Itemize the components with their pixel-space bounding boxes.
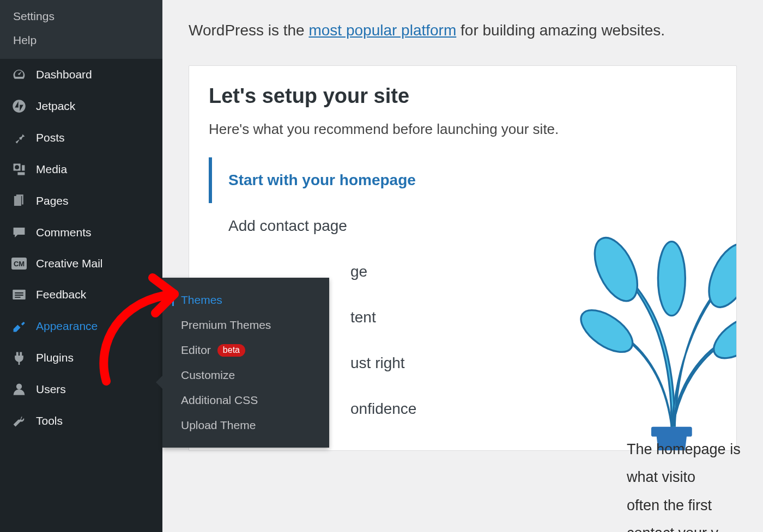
sidebar-top-help[interactable]: Help — [0, 28, 162, 52]
step-label: tent — [350, 309, 376, 326]
svg-point-0 — [13, 100, 25, 112]
submenu-item-premium-themes[interactable]: Premium Themes — [162, 313, 329, 338]
sidebar-item-plugins[interactable]: Plugins — [0, 342, 162, 374]
panel-heading: Let's setup your site — [209, 84, 717, 108]
step-label: Start with your homepage — [228, 172, 416, 188]
tools-icon — [11, 414, 27, 428]
step-label: ge — [350, 263, 367, 280]
intro-text: WordPress is the most popular platform f… — [189, 22, 737, 39]
submenu-label: Premium Themes — [181, 319, 271, 332]
sidebar-item-label: Appearance — [36, 320, 98, 333]
submenu-item-themes[interactable]: Themes — [162, 288, 329, 313]
sidebar-item-pages[interactable]: Pages — [0, 185, 162, 217]
sidebar-item-label: Tools — [36, 414, 63, 427]
pages-icon — [11, 194, 27, 208]
homepage-description: The homepage is what visito often the fi… — [627, 436, 763, 532]
svg-point-9 — [700, 237, 737, 314]
plugins-icon — [11, 351, 27, 365]
svg-point-12 — [658, 242, 685, 316]
jetpack-icon — [11, 99, 27, 113]
submenu-item-customize[interactable]: Customize — [162, 363, 329, 388]
svg-point-5 — [16, 384, 22, 389]
step-label: Add contact page — [228, 217, 347, 234]
submenu-item-upload-theme[interactable]: Upload Theme — [162, 413, 329, 438]
sidebar-top-section: Settings Help — [0, 0, 162, 59]
pin-icon — [11, 131, 27, 145]
intro-suffix: for building amazing websites. — [456, 22, 665, 39]
sidebar-item-label: Creative Mail — [36, 257, 103, 270]
step-label: onfidence — [350, 400, 416, 417]
sidebar-item-label: Pages — [36, 194, 69, 207]
media-icon — [11, 162, 27, 176]
beta-badge: beta — [217, 344, 245, 357]
sidebar-top-settings[interactable]: Settings — [0, 4, 162, 28]
dashboard-icon — [11, 68, 27, 82]
sidebar-item-dashboard[interactable]: Dashboard — [0, 59, 162, 90]
submenu-label: Editor — [181, 344, 211, 357]
sidebar-item-posts[interactable]: Posts — [0, 122, 162, 154]
svg-point-11 — [707, 308, 737, 366]
submenu-item-editor[interactable]: Editor beta — [162, 338, 329, 363]
appearance-submenu: Themes Premium Themes Editor beta Custom… — [162, 278, 329, 448]
comments-icon — [11, 225, 27, 240]
sidebar-item-label: Users — [36, 383, 66, 396]
submenu-item-additional-css[interactable]: Additional CSS — [162, 388, 329, 413]
main-content: WordPress is the most popular platform f… — [162, 0, 763, 532]
feedback-icon — [11, 288, 27, 302]
sidebar-item-users[interactable]: Users — [0, 374, 162, 405]
svg-point-10 — [574, 302, 639, 360]
cm-icon: CM — [11, 258, 27, 270]
sidebar-item-tools[interactable]: Tools — [0, 405, 162, 437]
submenu-label: Themes — [181, 293, 222, 307]
sidebar-item-comments[interactable]: Comments — [0, 217, 162, 248]
svg-text:CM: CM — [14, 260, 25, 268]
sidebar-item-label: Posts — [36, 131, 65, 144]
sidebar-item-feedback[interactable]: Feedback — [0, 279, 162, 310]
sidebar-item-label: Plugins — [36, 351, 74, 364]
users-icon — [11, 382, 27, 396]
appearance-icon — [11, 319, 27, 333]
svg-point-1 — [15, 165, 19, 169]
sidebar-item-jetpack[interactable]: Jetpack — [0, 90, 162, 122]
desc-line: often the first contact your v — [627, 492, 763, 532]
step-label: ust right — [350, 354, 405, 371]
step-homepage[interactable]: Start with your homepage — [209, 157, 717, 203]
sidebar-item-label: Jetpack — [36, 100, 75, 113]
sidebar-item-creative-mail[interactable]: CM Creative Mail — [0, 248, 162, 279]
sidebar-item-label: Feedback — [36, 288, 86, 301]
sidebar-item-label: Dashboard — [36, 68, 92, 81]
sidebar-item-media[interactable]: Media — [0, 154, 162, 185]
submenu-label: Upload Theme — [181, 419, 256, 432]
svg-point-8 — [586, 231, 646, 308]
panel-subtext: Here's what you recommend before launchi… — [209, 121, 717, 138]
sidebar-item-label: Comments — [36, 226, 92, 239]
admin-sidebar: Settings Help Dashboard Jetpack Posts Me… — [0, 0, 162, 532]
plant-illustration — [573, 229, 737, 451]
submenu-label: Customize — [181, 369, 235, 382]
intro-prefix: WordPress is the — [189, 22, 308, 39]
submenu-label: Additional CSS — [181, 394, 258, 407]
desc-line: The homepage is what visito — [627, 436, 763, 492]
sidebar-item-appearance[interactable]: Appearance — [0, 310, 162, 342]
sidebar-top-label: Help — [13, 34, 37, 46]
intro-link[interactable]: most popular platform — [308, 22, 456, 39]
sidebar-item-label: Media — [36, 163, 67, 176]
sidebar-top-label: Settings — [13, 10, 55, 22]
